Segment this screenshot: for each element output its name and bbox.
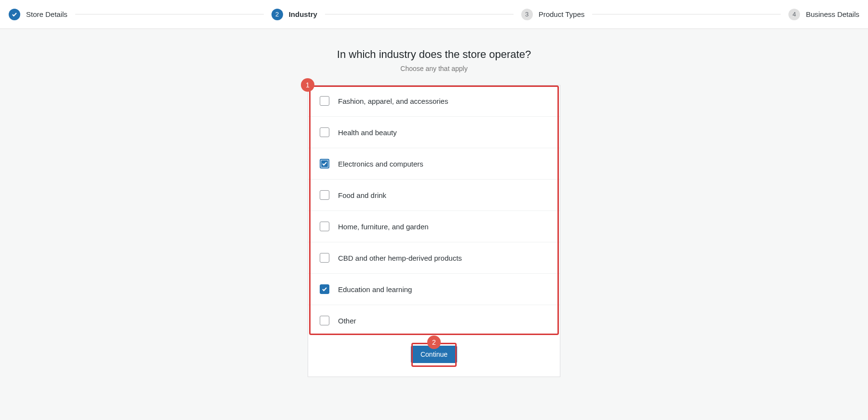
page-title: In which industry does the store operate… [337, 48, 531, 61]
option-label: Home, furniture, and garden [338, 223, 429, 231]
step-store-details[interactable]: Store Details [9, 9, 68, 20]
option-cbd[interactable]: CBD and other hemp-derived products [308, 242, 560, 274]
checkbox[interactable] [320, 190, 329, 200]
stepper-flex: Store Details 2 Industry 3 Product Types… [9, 9, 859, 20]
option-health-beauty[interactable]: Health and beauty [308, 117, 560, 148]
checkbox-checked-focused[interactable] [320, 159, 329, 168]
step-indicator-active: 2 [271, 9, 283, 20]
option-education[interactable]: Education and learning [308, 274, 560, 305]
stepper-bar: Store Details 2 Industry 3 Product Types… [0, 0, 868, 29]
check-icon [12, 12, 17, 17]
option-label: CBD and other hemp-derived products [338, 254, 462, 262]
continue-button[interactable]: Continue [411, 346, 457, 363]
industry-card: 1 Fashion, apparel, and accessories Heal… [308, 85, 560, 377]
option-food-drink[interactable]: Food and drink [308, 180, 560, 211]
option-label: Fashion, apparel, and accessories [338, 97, 448, 105]
option-fashion[interactable]: Fashion, apparel, and accessories [308, 85, 560, 117]
checkbox[interactable] [320, 222, 329, 231]
step-label: Store Details [26, 10, 68, 18]
option-other[interactable]: Other [308, 305, 560, 336]
step-divider [592, 14, 781, 14]
checkbox[interactable] [320, 96, 329, 106]
step-indicator-done [9, 9, 20, 20]
step-business-details[interactable]: 4 Business Details [788, 9, 859, 20]
step-divider [325, 14, 514, 14]
step-industry[interactable]: 2 Industry [271, 9, 317, 20]
step-label: Product Types [539, 10, 585, 18]
page-subtitle: Choose any that apply [400, 65, 467, 72]
check-icon [322, 161, 327, 167]
checkbox[interactable] [320, 316, 329, 325]
step-divider [75, 14, 264, 14]
step-label: Business Details [806, 10, 859, 18]
step-label: Industry [289, 10, 317, 18]
option-label: Education and learning [338, 285, 412, 294]
step-indicator-pending: 4 [788, 9, 800, 20]
option-label: Food and drink [338, 191, 386, 199]
checkbox[interactable] [320, 253, 329, 263]
continue-wrap: 2 Continue [308, 336, 560, 377]
option-label: Other [338, 317, 356, 325]
option-electronics[interactable]: Electronics and computers [308, 148, 560, 180]
step-indicator-pending: 3 [521, 9, 533, 20]
options-wrap: 1 Fashion, apparel, and accessories Heal… [308, 85, 560, 336]
option-label: Electronics and computers [338, 160, 423, 168]
step-product-types[interactable]: 3 Product Types [521, 9, 585, 20]
checkbox[interactable] [320, 127, 329, 137]
check-icon [322, 286, 327, 292]
main-content: In which industry does the store operate… [0, 29, 868, 406]
option-label: Health and beauty [338, 128, 397, 137]
checkbox-checked[interactable] [320, 284, 329, 294]
option-home-garden[interactable]: Home, furniture, and garden [308, 211, 560, 242]
